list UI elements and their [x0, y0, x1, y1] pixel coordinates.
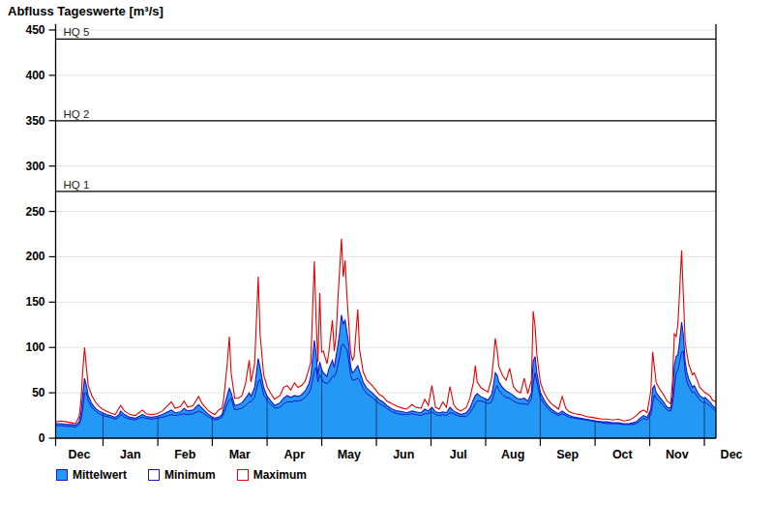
y-tick-label: 250 [25, 205, 45, 219]
legend-swatch-outline-blue [148, 469, 160, 481]
legend-item-maximum: Maximum [237, 468, 307, 482]
reference-line-label: HQ 2 [64, 108, 90, 120]
chart-legend: MittelwertMinimumMaximum [56, 468, 307, 482]
x-month-label: Oct [612, 448, 634, 461]
legend-item-mittelwert: Mittelwert [56, 468, 127, 482]
y-tick-label: 200 [25, 250, 45, 263]
x-month-label: Dec [721, 448, 743, 461]
x-month-label: Nov [666, 448, 689, 461]
y-tick-label: 400 [25, 69, 45, 82]
reference-line-label: HQ 1 [64, 179, 90, 191]
x-month-label: Jul [450, 448, 467, 461]
legend-label: Mittelwert [73, 468, 127, 482]
legend-item-minimum: Minimum [148, 468, 216, 482]
x-month-label: Feb [174, 448, 196, 461]
x-month-label: Mar [229, 448, 251, 461]
reference-line-label: HQ 5 [64, 26, 90, 38]
x-month-label: Aug [501, 448, 524, 461]
legend-label: Maximum [253, 468, 307, 482]
x-month-label: Jun [393, 448, 414, 461]
x-month-label: May [338, 448, 361, 461]
x-month-label: Apr [284, 448, 306, 461]
y-tick-label: 350 [25, 114, 45, 128]
legend-swatch-filled-blue [56, 469, 68, 481]
legend-label: Minimum [164, 468, 216, 482]
legend-swatch-outline-red [237, 469, 249, 481]
y-tick-label: 300 [25, 160, 45, 173]
month-gridlines-in-area [103, 24, 704, 438]
x-month-label: Jan [120, 448, 141, 461]
x-month-label: Sep [556, 448, 579, 461]
series-maximum-line [56, 239, 717, 424]
y-tick-label: 0 [39, 431, 45, 445]
x-month-label: Dec [69, 448, 91, 461]
y-tick-label: 50 [32, 386, 45, 399]
y-tick-label: 450 [25, 23, 45, 37]
discharge-chart: HQ 5HQ 2HQ 1050100150200250300350400450D… [0, 0, 774, 532]
y-tick-label: 100 [25, 340, 45, 354]
y-tick-label: 150 [25, 295, 45, 309]
chart-page: Abfluss Tageswerte [m³/s] HQ 5HQ 2HQ 105… [0, 0, 774, 532]
